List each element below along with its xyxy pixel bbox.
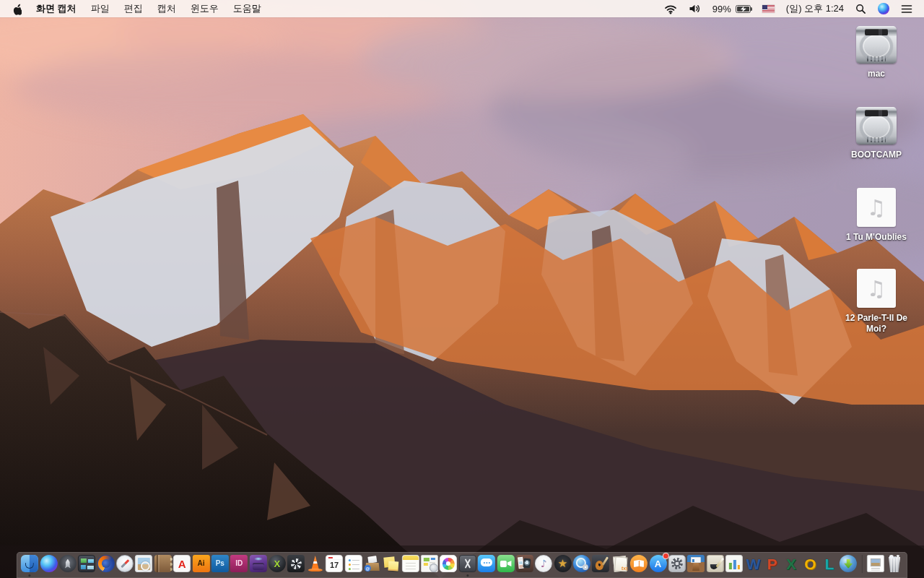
indesign-icon: ID [230, 555, 248, 572]
spotlight-menu[interactable] [850, 0, 872, 17]
powerpoint-icon: P [764, 555, 781, 572]
dock-item-stickies[interactable] [383, 555, 400, 572]
dock-item-imovie[interactable]: ★ [554, 555, 572, 572]
active-app-menu[interactable]: 화면 캡처 [29, 2, 84, 15]
dock-item-preview[interactable] [135, 555, 152, 572]
desktop-wallpaper [0, 0, 924, 578]
app-store-glyph: A [655, 559, 661, 569]
photoshop-icon: Ps [212, 555, 229, 572]
dock-item-keynote[interactable] [687, 555, 705, 572]
text-stack-glyph: txt [622, 566, 628, 571]
hard-drive-icon [856, 107, 897, 144]
dock-item-reminders[interactable] [344, 555, 362, 572]
dock-item-safari[interactable] [116, 555, 134, 572]
dock-item-xee[interactable]: X [269, 555, 286, 572]
fan-utility-icon [287, 555, 305, 572]
outlook-glyph: O [804, 556, 816, 571]
dock-item-messages[interactable] [478, 555, 495, 572]
dock-item-system-preferences[interactable] [668, 555, 686, 572]
menubar-menu-2[interactable]: 캡처 [150, 2, 183, 15]
dock-item-photo-booth[interactable] [516, 555, 533, 572]
notification-list-icon [901, 4, 912, 14]
dock-item-firefox[interactable] [97, 555, 115, 572]
dock-item-siri[interactable] [40, 555, 57, 572]
apple-logo-icon [12, 3, 22, 15]
input-source-menu[interactable] [757, 0, 780, 17]
dock-item-numbers[interactable] [725, 555, 743, 572]
dock-item-downloader[interactable] [840, 555, 857, 572]
volume-menu[interactable] [683, 0, 707, 17]
dock-item-contacts[interactable] [154, 555, 172, 572]
dock-item-ibooks[interactable] [630, 555, 648, 572]
dock-item-app-store[interactable]: A [649, 555, 666, 572]
menubar-menu-4[interactable]: 도움말 [226, 2, 269, 15]
dock-item-grab-screen-capture[interactable] [459, 555, 476, 572]
wifi-icon [664, 4, 677, 14]
apple-menu[interactable] [6, 3, 29, 15]
dock-item-excel[interactable]: X [783, 555, 800, 572]
dock-item-indesign[interactable]: ID [230, 555, 248, 572]
dock-item-lync[interactable]: L [821, 555, 838, 572]
dock-item-pages[interactable] [707, 555, 724, 572]
messages-icon [478, 555, 495, 572]
wifi-menu[interactable] [658, 0, 683, 17]
dock-item-document[interactable] [867, 555, 884, 572]
dock-item-outlook[interactable]: O [801, 555, 819, 572]
running-indicator [466, 574, 468, 577]
dock-item-text-stack[interactable]: txt [611, 555, 629, 572]
dock-item-powerpoint[interactable]: P [764, 555, 781, 572]
numbers-icon [725, 555, 743, 572]
dock-item-fan-utility[interactable] [287, 555, 305, 572]
dock-item-toast[interactable] [250, 555, 267, 572]
ibooks-icon [630, 555, 648, 572]
clock-text: (일) 오후 1:24 [786, 2, 844, 15]
notes-icon [402, 555, 419, 572]
running-indicator [29, 574, 31, 577]
dock-item-launchpad[interactable] [59, 555, 77, 572]
dock-item-word[interactable]: W [744, 555, 762, 572]
menubar-menus: 파일편집캡처윈도우도움말 [84, 2, 269, 15]
battery-menu[interactable]: 99% [707, 0, 757, 17]
dock-item-web-template-app[interactable] [421, 555, 438, 572]
dock-item-photoshop[interactable]: Ps [212, 555, 229, 572]
photoshop-glyph: Ps [216, 560, 225, 567]
desktop-icon-parle-t-il-de-moi[interactable]: ♫12 Parle-T-Il De Moi? [833, 269, 920, 350]
dock-divider [861, 555, 862, 573]
lync-glyph: L [824, 556, 834, 571]
desktop-icon-bootcamp[interactable]: BOOTCAMP [833, 107, 920, 188]
mission-control-icon [78, 555, 95, 572]
battery-percent: 99% [712, 4, 733, 14]
dock-item-trash[interactable] [886, 555, 903, 572]
dock-item-facetime[interactable] [497, 555, 514, 572]
notification-center-menu[interactable] [895, 0, 918, 17]
clock-menu[interactable]: (일) 오후 1:24 [780, 0, 850, 17]
dock-item-mission-control[interactable] [78, 555, 95, 572]
menubar-menu-1[interactable]: 편집 [117, 2, 150, 15]
audio-file-icon: ♫ [857, 269, 896, 308]
siri-menu[interactable] [872, 0, 895, 17]
dock: AAiPsIDX17@♪★txtAWPXOL [17, 552, 907, 578]
dock-item-unarchiver[interactable]: @ [364, 555, 381, 572]
dock-item-notes[interactable] [402, 555, 419, 572]
dock-item-acrobat-reader[interactable]: A [173, 555, 191, 572]
calendar-glyph: 17 [330, 561, 339, 569]
dock-item-itunes[interactable]: ♪ [535, 555, 552, 572]
calendar-icon: 17 [326, 555, 343, 572]
pages-icon [707, 555, 724, 572]
dock-item-finder[interactable] [21, 555, 38, 572]
acrobat-reader-icon: A [173, 555, 191, 572]
desktop-icon-mac[interactable]: mac [833, 26, 920, 107]
menubar-menu-3[interactable]: 윈도우 [183, 2, 226, 15]
imovie-icon: ★ [554, 555, 572, 572]
lync-icon: L [821, 555, 838, 572]
menubar-menu-0[interactable]: 파일 [84, 2, 117, 15]
illustrator-icon: Ai [192, 555, 209, 572]
desktop-icon-tu-m-oublies[interactable]: ♫1 Tu M'Oublies [833, 188, 920, 269]
dock-item-vlc[interactable] [307, 555, 324, 572]
dock-item-garageband[interactable] [592, 555, 609, 572]
dock-item-photos[interactable] [440, 555, 457, 572]
dock-item-illustrator[interactable]: Ai [192, 555, 209, 572]
dock-item-dvd-player[interactable] [573, 555, 590, 572]
itunes-glyph: ♪ [541, 558, 547, 569]
dock-item-calendar[interactable]: 17 [326, 555, 343, 572]
